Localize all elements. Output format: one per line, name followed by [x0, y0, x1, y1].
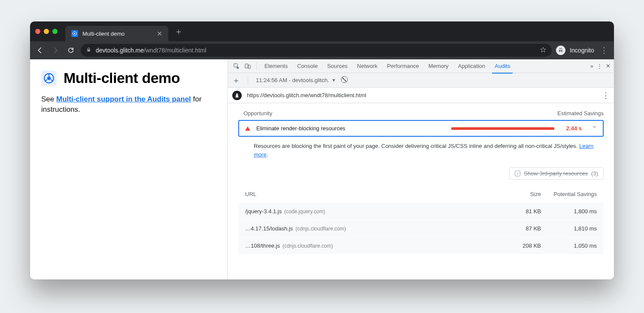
tab-memory[interactable]: Memory [424, 59, 453, 73]
page-title: Multi-client demo [41, 70, 216, 86]
svg-rect-6 [245, 64, 248, 68]
tab-sources[interactable]: Sources [323, 59, 352, 73]
window-controls [35, 29, 58, 34]
tab-audits[interactable]: Audits [490, 59, 514, 73]
col-savings: Potential Savings [541, 191, 597, 197]
close-devtools-icon[interactable]: ✕ [606, 63, 611, 69]
reload-button[interactable] [65, 45, 76, 56]
browser-toolbar: devtools.glitch.me/wndt78/multiclient.ht… [30, 41, 614, 59]
clear-audit-icon[interactable] [341, 76, 348, 84]
devtools-menu-button[interactable]: ⋮ [597, 63, 602, 69]
lock-icon [86, 47, 91, 54]
maximize-window-icon[interactable] [52, 29, 58, 34]
browser-menu-button[interactable]: ⋮ [598, 46, 610, 55]
audited-url-row: https://devtools.glitch.me/wndt78/multic… [228, 88, 614, 103]
opportunity-value: 2.44 s [566, 125, 582, 132]
svg-rect-2 [87, 49, 90, 52]
close-tab-icon[interactable]: ✕ [157, 30, 162, 38]
col-url: URL [245, 191, 494, 197]
back-button[interactable] [34, 45, 46, 56]
opportunity-header: Opportunity [243, 110, 272, 117]
opportunity-row[interactable]: Eliminate render-blocking resources 2.44… [238, 120, 604, 137]
tab-console[interactable]: Console [293, 59, 322, 73]
third-party-toggle[interactable]: ✓ Show 3rd-party resources (3) [509, 167, 604, 180]
opportunity-title: Eliminate render-blocking resources [256, 125, 345, 132]
opportunity-description: Resources are blocking the first paint o… [228, 137, 614, 164]
new-audit-button[interactable]: ＋ [232, 75, 240, 86]
tab-favicon [71, 30, 78, 37]
tab-application[interactable]: Application [454, 59, 490, 73]
table-row: …108/three.js(cdnjs.cloudflare.com) 208 … [238, 237, 604, 254]
table-row: /jquery-3.4.1.js(code.jquery.com) 81 KB … [238, 203, 604, 220]
tab-elements[interactable]: Elements [260, 59, 292, 73]
minimize-window-icon[interactable] [44, 29, 49, 34]
browser-tab[interactable]: Multi-client demo ✕ [65, 26, 168, 41]
incognito-icon [556, 46, 565, 55]
checkbox-icon[interactable]: ✓ [515, 171, 520, 176]
incognito-label: Incognito [570, 47, 594, 54]
estimated-savings-header: Estimated Savings [557, 110, 604, 117]
close-window-icon[interactable] [35, 29, 40, 34]
audit-more-icon[interactable]: ⋮ [602, 91, 610, 100]
browser-window: Multi-client demo ✕ ＋ devtools.glitch.m [30, 21, 614, 279]
svg-point-4 [47, 76, 51, 80]
chevron-up-icon[interactable]: ⌃ [592, 125, 597, 132]
inspect-element-icon[interactable] [231, 61, 242, 71]
audit-run-selector[interactable]: 11:24:56 AM - devtools.glitch.▼ [256, 77, 336, 83]
opportunity-bar [451, 127, 554, 130]
audits-report: Opportunity Estimated Savings Eliminate … [228, 103, 614, 279]
devtools-tabbar: Elements Console Sources Network Perform… [228, 59, 614, 73]
col-size: Size [494, 191, 541, 197]
tab-strip: Multi-client demo ✕ ＋ [30, 21, 614, 41]
svg-rect-7 [248, 65, 250, 68]
audited-url: https://devtools.glitch.me/wndt78/multic… [247, 92, 366, 98]
devtools-panel: Elements Console Sources Network Perform… [228, 59, 614, 279]
tab-network[interactable]: Network [353, 59, 382, 73]
fail-triangle-icon [245, 126, 250, 131]
tab-title: Multi-client demo [82, 31, 125, 37]
audits-toolbar: ＋ 11:24:56 AM - devtools.glitch.▼ [228, 73, 614, 88]
device-toolbar-icon[interactable] [243, 61, 253, 71]
bookmark-icon[interactable] [540, 46, 547, 55]
chrome-logo-icon [41, 71, 57, 86]
forward-button [50, 45, 61, 56]
resources-table: URL Size Potential Savings /jquery-3.4.1… [238, 186, 604, 254]
new-tab-button[interactable]: ＋ [174, 26, 183, 37]
more-tabs-icon[interactable]: » [590, 63, 593, 69]
lighthouse-icon [232, 91, 242, 100]
address-bar[interactable]: devtools.glitch.me/wndt78/multiclient.ht… [81, 44, 552, 57]
instructions-link[interactable]: Multi-client support in the Audits panel [56, 95, 191, 103]
page-content: Multi-client demo See Multi-client suppo… [30, 59, 228, 279]
tab-performance[interactable]: Performance [383, 59, 423, 73]
page-body: See Multi-client support in the Audits p… [41, 94, 216, 115]
svg-point-1 [74, 33, 76, 34]
table-row: …4.17.15/lodash.js(cdnjs.cloudflare.com)… [238, 220, 604, 237]
url-text: devtools.glitch.me/wndt78/multiclient.ht… [96, 47, 207, 54]
